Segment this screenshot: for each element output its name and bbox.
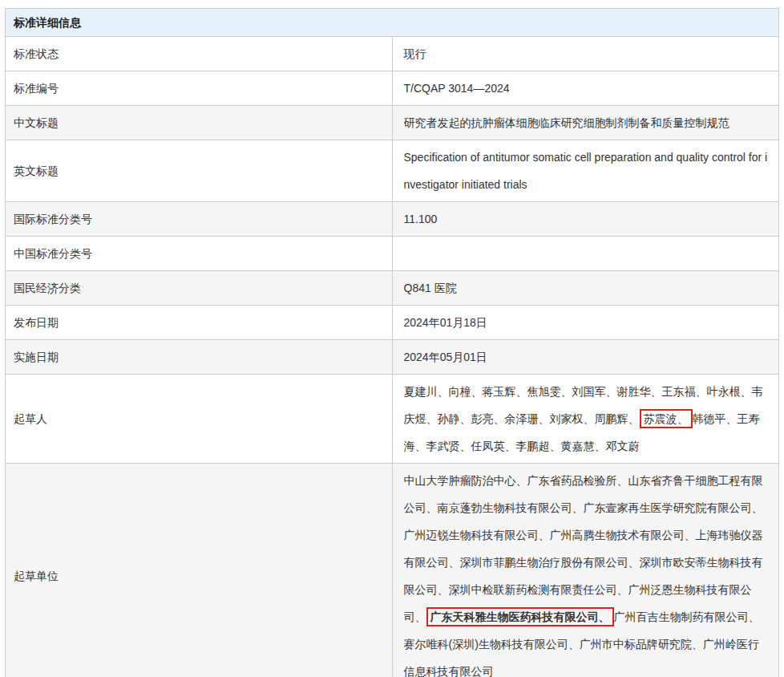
row-value: 中山大学肿瘤防治中心、广东省药品检验所、山东省齐鲁干细胞工程有限公司、南京蓬勃生…: [392, 464, 779, 677]
row-label: 国际标准分类号: [6, 202, 393, 237]
row-value: Q841 医院: [392, 271, 779, 306]
highlight-box-drafter: 苏震波、: [640, 409, 693, 428]
table-row-status: 标准状态 现行: [6, 37, 779, 71]
table-row-ics: 国际标准分类号 11.100: [6, 202, 779, 237]
row-value: 研究者发起的抗肿瘤体细胞临床研究细胞制剂制备和质量控制规范: [392, 106, 779, 140]
row-label: 英文标题: [6, 140, 393, 202]
row-value: 11.100: [392, 202, 779, 237]
row-label: 国民经济分类: [6, 271, 393, 306]
row-label: 实施日期: [6, 340, 393, 375]
table-row-economy: 国民经济分类 Q841 医院: [6, 271, 779, 306]
highlight-box-unit: 广东天科雅生物医药科技有限公司、: [426, 607, 614, 626]
table-row-title-cn: 中文标题 研究者发起的抗肿瘤体细胞临床研究细胞制剂制备和质量控制规范: [6, 106, 779, 140]
row-value: Specification of antitumor somatic cell …: [392, 140, 779, 202]
units-text-before: 中山大学肿瘤防治中心、广东省药品检验所、山东省齐鲁干细胞工程有限公司、南京蓬勃生…: [404, 474, 763, 623]
table-row-impl-date: 实施日期 2024年05月01日: [6, 340, 779, 375]
row-value: [392, 237, 779, 271]
table-row-ccs: 中国标准分类号: [6, 237, 779, 271]
row-value: 2024年05月01日: [392, 340, 779, 375]
table-row-number: 标准编号 T/CQAP 3014—2024: [6, 71, 779, 106]
table-row-drafters: 起草人 夏建川、向橦、蒋玉辉、焦旭雯、刘国军、谢胜华、王东福、叶永根、韦庆煜、孙…: [6, 375, 779, 464]
row-value: T/CQAP 3014—2024: [392, 71, 779, 106]
row-value: 2024年01月18日: [392, 306, 779, 340]
row-label: 标准状态: [6, 37, 393, 71]
row-label: 起草单位: [6, 464, 393, 677]
table-header-row: 标准详细信息: [6, 9, 779, 37]
table-row-title-en: 英文标题 Specification of antitumor somatic …: [6, 140, 779, 202]
row-label: 中文标题: [6, 106, 393, 140]
table-row-units: 起草单位 中山大学肿瘤防治中心、广东省药品检验所、山东省齐鲁干细胞工程有限公司、…: [6, 464, 779, 677]
row-value: 夏建川、向橦、蒋玉辉、焦旭雯、刘国军、谢胜华、王东福、叶永根、韦庆煜、孙静、彭亮…: [392, 375, 779, 464]
standard-detail-table: 标准详细信息 标准状态 现行 标准编号 T/CQAP 3014—2024 中文标…: [5, 8, 779, 677]
row-label: 起草人: [6, 375, 393, 464]
table-row-pub-date: 发布日期 2024年01月18日: [6, 306, 779, 340]
page-title: 标准详细信息: [6, 9, 779, 37]
standard-detail-page: 标准详细信息 标准状态 现行 标准编号 T/CQAP 3014—2024 中文标…: [0, 0, 784, 677]
row-value: 现行: [392, 37, 779, 71]
row-label: 中国标准分类号: [6, 237, 393, 271]
row-label: 发布日期: [6, 306, 393, 340]
row-label: 标准编号: [6, 71, 393, 106]
